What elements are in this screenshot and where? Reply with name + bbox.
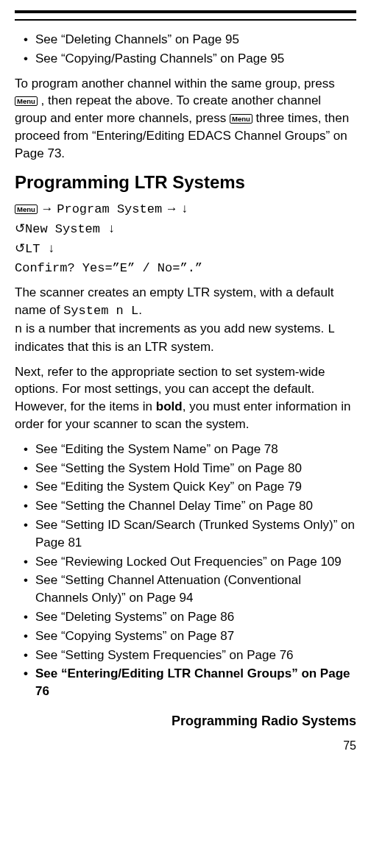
mono-text: Confirm? Yes=”E” / No=”.” bbox=[15, 261, 202, 275]
list-item-text: See “Setting Channel Attenuation (Conven… bbox=[35, 572, 356, 607]
menu-key-icon: Menu bbox=[15, 204, 38, 214]
list-item: • See “Deleting Channels” on Page 95 bbox=[24, 31, 356, 49]
top-bullet-list: • See “Deleting Channels” on Page 95 • S… bbox=[15, 31, 356, 68]
bullet-icon: • bbox=[24, 50, 28, 68]
mono-text: n bbox=[15, 322, 22, 336]
bullet-icon: • bbox=[24, 647, 28, 664]
list-item: • See “Copying/Pasting Channels” on Page… bbox=[24, 50, 356, 68]
list-item-text: See “Setting System Frequencies” on Page… bbox=[35, 647, 356, 664]
list-item: •See “Reviewing Locked Out Frequencies” … bbox=[24, 553, 356, 571]
bold-text: bold bbox=[156, 399, 183, 413]
list-item: •See “Setting ID Scan/Search (Trunked Sy… bbox=[24, 516, 356, 552]
list-item-text: See “Editing the System Quick Key” on Pa… bbox=[35, 478, 356, 496]
arrow-down-icon: ↓ bbox=[100, 222, 115, 236]
intro-paragraph: To program another channel within the sa… bbox=[15, 75, 356, 163]
list-item-text: See “Setting the Channel Delay Time” on … bbox=[35, 497, 356, 515]
page-content: • See “Deleting Channels” on Page 95 • S… bbox=[0, 31, 371, 700]
bullet-icon: • bbox=[24, 460, 28, 477]
list-item: •See “Deleting Systems” on Page 86 bbox=[24, 608, 356, 626]
list-item: •See “Copying Systems” on Page 87 bbox=[24, 627, 356, 645]
bullet-icon: • bbox=[24, 608, 28, 626]
list-item: •See “Setting the System Hold Time” on P… bbox=[24, 460, 356, 477]
bullet-icon: • bbox=[24, 441, 28, 458]
list-item: •See “Editing the System Quick Key” on P… bbox=[24, 478, 356, 496]
bullet-icon: • bbox=[24, 572, 28, 589]
text-fragment: The scanner creates an empty LTR system,… bbox=[15, 285, 333, 317]
bullet-icon: • bbox=[24, 665, 28, 683]
arrow-down-icon: → ↓ bbox=[162, 202, 188, 216]
text-fragment: is a number that increments as you add n… bbox=[22, 321, 328, 335]
list-item-text: See “Setting the System Hold Time” on Pa… bbox=[35, 460, 356, 477]
bullet-icon: • bbox=[24, 31, 28, 49]
mono-text: L bbox=[328, 322, 335, 336]
list-item-bold: •See “Entering/Editing LTR Channel Group… bbox=[24, 665, 356, 700]
footer-section-title: Programming Radio Systems bbox=[0, 714, 371, 729]
list-item: •See “Editing the System Name” on Page 7… bbox=[24, 441, 356, 458]
paragraph: Next, refer to the appropriate section t… bbox=[15, 363, 356, 433]
top-rule-thick bbox=[15, 10, 356, 13]
text-fragment: . bbox=[138, 303, 142, 317]
bullet-icon: • bbox=[24, 497, 28, 515]
text-fragment: To program another channel within the sa… bbox=[15, 77, 335, 90]
list-item: •See “Setting the Channel Delay Time” on… bbox=[24, 497, 356, 515]
menu-key-icon: Menu bbox=[15, 96, 38, 106]
list-item-text: See “Copying Systems” on Page 87 bbox=[35, 627, 356, 645]
list-item-text: See “Entering/Editing LTR Channel Groups… bbox=[35, 665, 356, 700]
bullet-icon: • bbox=[24, 553, 28, 571]
sequence-line: Confirm? Yes=”E” / No=”.” bbox=[15, 260, 356, 277]
list-item-text: See “Deleting Systems” on Page 86 bbox=[35, 608, 356, 626]
rotate-icon: ↺ bbox=[15, 220, 25, 238]
rotate-icon: ↺ bbox=[15, 240, 25, 257]
key-sequence-block: Menu → Program System → ↓ ↺ New System ↓… bbox=[15, 200, 356, 277]
sequence-line: ↺ New System ↓ bbox=[15, 220, 356, 238]
bottom-bullet-list: •See “Editing the System Name” on Page 7… bbox=[15, 441, 356, 700]
sequence-line: ↺ LT ↓ bbox=[15, 240, 356, 258]
menu-key-icon: Menu bbox=[230, 114, 252, 124]
mono-text: LT bbox=[25, 242, 40, 256]
arrow-right-icon: → bbox=[38, 202, 57, 216]
list-item: •See “Setting Channel Attenuation (Conve… bbox=[24, 572, 356, 607]
list-item-text: See “Deleting Channels” on Page 95 bbox=[35, 31, 356, 49]
list-item-text: See “Setting ID Scan/Search (Trunked Sys… bbox=[35, 516, 356, 552]
list-item: •See “Setting System Frequencies” on Pag… bbox=[24, 647, 356, 664]
top-rule-thin bbox=[15, 19, 356, 21]
bullet-icon: • bbox=[24, 627, 28, 645]
bullet-icon: • bbox=[24, 516, 28, 534]
page-number: 75 bbox=[0, 729, 371, 753]
section-heading: Programming LTR Systems bbox=[15, 170, 356, 195]
paragraph: The scanner creates an empty LTR system,… bbox=[15, 284, 356, 355]
bullet-icon: • bbox=[24, 478, 28, 496]
sequence-line: Menu → Program System → ↓ bbox=[15, 200, 356, 218]
mono-text: New System bbox=[25, 222, 100, 236]
arrow-down-icon: ↓ bbox=[40, 242, 54, 256]
list-item-text: See “Copying/Pasting Channels” on Page 9… bbox=[35, 50, 356, 68]
text-fragment: indicates that this is an LTR system. bbox=[15, 340, 214, 354]
list-item-text: See “Editing the System Name” on Page 78 bbox=[35, 441, 356, 458]
list-item-text: See “Reviewing Locked Out Frequencies” o… bbox=[35, 553, 356, 571]
mono-text: Program System bbox=[57, 202, 162, 216]
mono-text: System n L bbox=[63, 304, 138, 318]
